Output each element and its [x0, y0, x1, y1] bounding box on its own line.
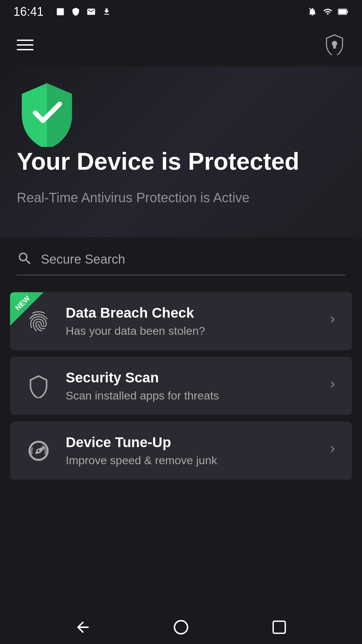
device-tuneup-chevron-icon — [326, 443, 339, 458]
hamburger-line-2 — [17, 44, 34, 46]
speedometer-icon — [23, 436, 54, 466]
data-breach-chevron-icon — [326, 314, 339, 329]
search-placeholder: Secure Search — [41, 252, 345, 267]
hamburger-line-1 — [17, 40, 34, 41]
svg-point-5 — [174, 621, 187, 634]
data-breach-title: Data Breach Check — [66, 305, 326, 321]
recents-button[interactable] — [269, 617, 289, 637]
device-tuneup-card-text: Device Tune-Up Improve speed & remove ju… — [66, 434, 326, 467]
hero-subtitle: Real-Time Antivirus Protection is Active — [17, 188, 345, 207]
hamburger-menu-button[interactable] — [17, 40, 34, 50]
svg-rect-6 — [273, 621, 285, 633]
download-icon — [101, 6, 112, 17]
svg-rect-4 — [333, 45, 336, 49]
shield-status-icon — [70, 6, 81, 17]
status-right-icons — [307, 6, 349, 17]
data-breach-card-text: Data Breach Check Has your data been sto… — [66, 305, 326, 337]
photo-icon — [55, 6, 66, 17]
data-breach-subtitle: Has your data been stolen? — [66, 324, 326, 337]
protection-shield — [17, 80, 345, 148]
app-logo-icon — [324, 34, 345, 56]
security-scan-card[interactable]: Security Scan Scan installed apps for th… — [10, 357, 352, 415]
status-bar: 16:41 — [0, 0, 362, 23]
notification-muted-icon — [307, 6, 318, 17]
status-time: 16:41 — [13, 5, 44, 19]
search-bar[interactable]: Secure Search — [17, 244, 345, 275]
home-button[interactable] — [171, 617, 191, 637]
svg-rect-2 — [339, 9, 346, 14]
cards-section: NEW Data Breach Check Has your data been… — [0, 275, 362, 496]
back-button[interactable] — [73, 617, 93, 637]
wifi-icon — [322, 6, 333, 17]
hamburger-line-3 — [17, 49, 34, 50]
device-tuneup-card[interactable]: Device Tune-Up Improve speed & remove ju… — [10, 422, 352, 480]
bottom-nav — [0, 610, 362, 644]
hero-title: Your Device is Protected — [17, 148, 345, 175]
security-scan-chevron-icon — [326, 378, 339, 393]
shield-outline-icon — [23, 371, 54, 401]
fingerprint-icon — [23, 306, 54, 336]
device-tuneup-subtitle: Improve speed & remove junk — [66, 454, 326, 467]
status-bar-left: 16:41 — [13, 5, 112, 19]
data-breach-card[interactable]: NEW Data Breach Check Has your data been… — [10, 292, 352, 350]
app-header — [0, 23, 362, 66]
security-scan-title: Security Scan — [66, 370, 326, 386]
svg-rect-1 — [347, 11, 348, 13]
battery-icon — [338, 6, 349, 17]
search-section[interactable]: Secure Search — [0, 237, 362, 275]
device-tuneup-title: Device Tune-Up — [66, 434, 326, 450]
hero-section: Your Device is Protected Real-Time Antiv… — [0, 66, 362, 237]
security-scan-subtitle: Scan installed apps for threats — [66, 389, 326, 402]
mail-icon — [86, 6, 97, 17]
status-left-icons — [55, 6, 112, 17]
security-scan-card-text: Security Scan Scan installed apps for th… — [66, 370, 326, 402]
search-icon — [17, 251, 33, 268]
